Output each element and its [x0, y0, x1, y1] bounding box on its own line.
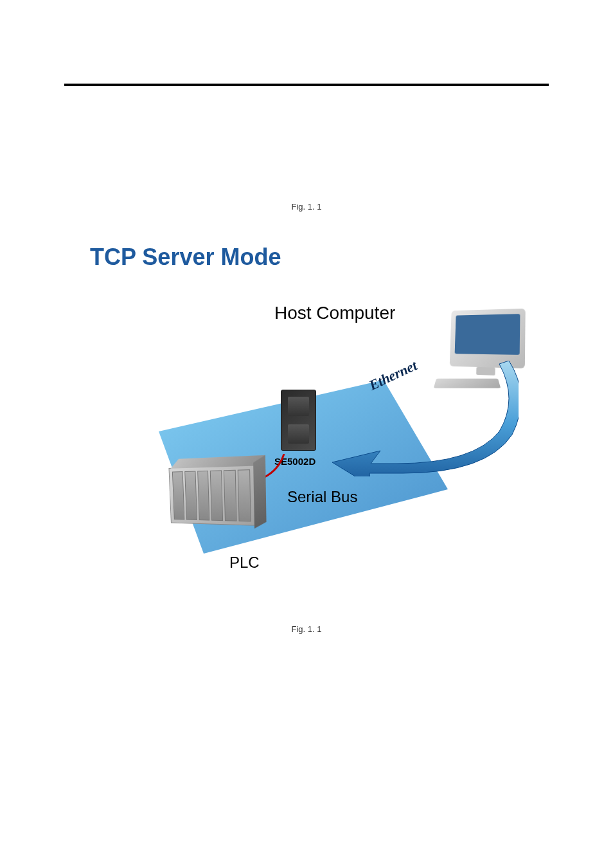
- diagram-title: TCP Server Mode: [90, 244, 549, 271]
- plc-label: PLC: [229, 554, 260, 572]
- figure-caption-top: Fig. 1. 1: [64, 202, 549, 212]
- device-icon: [281, 390, 316, 451]
- serial-bus-label: Serial Bus: [287, 488, 357, 506]
- host-computer-label: Host Computer: [274, 303, 395, 323]
- figure-caption-bottom: Fig. 1. 1: [64, 624, 549, 634]
- plc-icon: [168, 466, 254, 526]
- network-diagram: Host Computer: [82, 296, 531, 605]
- horizontal-divider: [64, 84, 549, 86]
- ethernet-arrow: [319, 361, 519, 476]
